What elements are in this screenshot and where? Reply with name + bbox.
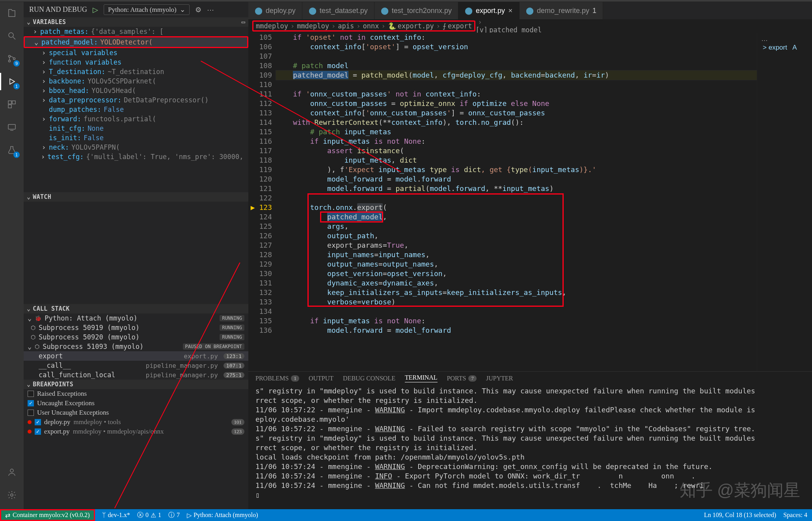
variable-row[interactable]: ›backbone: YOLOv5CSPDarknet(: [24, 76, 248, 86]
code-line[interactable]: if 'onnx_custom_passes' not in context_i…: [276, 89, 757, 99]
terminal-output[interactable]: s" registry in "mmdeploy" is used to bui…: [248, 385, 812, 509]
code-line[interactable]: [276, 80, 757, 89]
code-line[interactable]: assert isinstance(: [276, 146, 757, 156]
remote-icon[interactable]: [5, 120, 19, 134]
editor-tab[interactable]: ⬤demo_rewrite.py1: [520, 2, 603, 19]
gear-icon[interactable]: [5, 488, 19, 502]
code-line[interactable]: args,: [276, 222, 757, 231]
stack-thread[interactable]: ⬡Subprocess 50920 (mmyolo)RUNNING: [24, 332, 248, 342]
code-line[interactable]: # patch model: [276, 61, 757, 70]
breadcrumb-segment[interactable]: ⨍ export: [443, 22, 472, 30]
checkbox[interactable]: [28, 391, 34, 397]
breakpoint-row[interactable]: ✓deploy.py mmdeploy • tools101: [24, 417, 248, 427]
checkbox[interactable]: [28, 410, 34, 416]
breadcrumb-segment[interactable]: onnx: [363, 22, 379, 30]
code-line[interactable]: patched_model,: [276, 212, 757, 222]
launch-config[interactable]: Python: Attach (mmyolo) ⌄: [104, 4, 190, 15]
editor-tab[interactable]: ⬤test_torch2onnx.py: [374, 2, 458, 19]
panel-tab[interactable]: PROBLEMS1: [255, 375, 299, 382]
branch-indicator[interactable]: ᛘ dev-1.x*: [102, 512, 130, 519]
checkbox[interactable]: ✓: [35, 419, 41, 425]
code-line[interactable]: output_path,: [276, 231, 757, 241]
editor-tabs[interactable]: ⬤deploy.py⬤test_dataset.py⬤test_torch2on…: [248, 2, 812, 19]
outline-pane[interactable]: … > export A: [757, 33, 812, 371]
close-icon[interactable]: ✕: [508, 7, 513, 14]
problems-indicator[interactable]: ⓧ 0 ⚠ 1: [137, 511, 161, 519]
indent-indicator[interactable]: Spaces: 4: [783, 512, 807, 519]
watch-body[interactable]: [24, 202, 248, 304]
breakpoints-body[interactable]: Raised Exceptions✓Uncaught ExceptionsUse…: [24, 389, 248, 436]
breakpoint-row[interactable]: User Uncaught Exceptions: [24, 408, 248, 417]
code-line[interactable]: if input_metas is not None:: [276, 137, 757, 146]
code-line[interactable]: if 'opset' not in context_info:: [276, 33, 757, 42]
collapse-icon[interactable]: ▭: [242, 19, 245, 26]
stack-frame[interactable]: __call__pipeline_manager.py107:1: [24, 361, 248, 370]
stack-frame[interactable]: call_function_localpipeline_manager.py27…: [24, 370, 248, 380]
variable-row[interactable]: ›function variables: [24, 57, 248, 67]
code[interactable]: if 'opset' not in context_info: context_…: [276, 33, 757, 371]
breadcrumb-segment[interactable]: mmdeploy: [297, 22, 329, 30]
variable-row[interactable]: ›data_preprocessor: DetDataPreprocessor(…: [24, 95, 248, 105]
variable-row[interactable]: ›special variables: [24, 48, 248, 57]
code-line[interactable]: [276, 193, 757, 203]
breakpoint-row[interactable]: ✓export.py mmdeploy • mmdeploy/apis/onnx…: [24, 427, 248, 436]
code-line[interactable]: verbose=verbose): [276, 297, 757, 307]
callstack-body[interactable]: ⌄🐞Python: Attach (mmyolo)RUNNING⬡Subproc…: [24, 313, 248, 380]
breadcrumb-segment[interactable]: 🐍 export.py: [388, 22, 434, 30]
stack-thread[interactable]: ⬡Subprocess 50919 (mmyolo)RUNNING: [24, 323, 248, 332]
breadcrumb[interactable]: mmdeploy›mmdeploy›apis›onnx›🐍 export.py›…: [248, 19, 812, 33]
variable-row[interactable]: ›test_cfg: {'multi_label': True, 'nms_pr…: [24, 152, 248, 161]
code-line[interactable]: with RewriterContext(**context_info), to…: [276, 118, 757, 127]
panel-tab[interactable]: DEBUG CONSOLE: [343, 375, 395, 382]
variable-row[interactable]: ›T_destination: ~T_destination: [24, 67, 248, 76]
editor[interactable]: 1051061071081091101111121131141151161171…: [248, 33, 757, 371]
scm-icon[interactable]: 9: [5, 52, 19, 66]
stack-thread[interactable]: ⌄⬡Subprocess 51093 (mmyolo)PAUSED ON BRE…: [24, 342, 248, 351]
checkbox[interactable]: ✓: [28, 400, 34, 406]
breakpoint-row[interactable]: ✓Uncaught Exceptions: [24, 399, 248, 408]
variables-header[interactable]: ⌄VARIABLES▭: [24, 17, 248, 27]
editor-tab[interactable]: ⬤deploy.py: [248, 2, 302, 19]
editor-tab[interactable]: ⬤export.py✕: [458, 2, 520, 19]
checkbox[interactable]: ✓: [35, 428, 41, 435]
code-line[interactable]: # patch input_metas: [276, 127, 757, 137]
code-line[interactable]: context_info['onnx_custom_passes'] = onn…: [276, 108, 757, 118]
code-line[interactable]: onnx_custom_passes = optimize_onnx if op…: [276, 99, 757, 108]
code-line[interactable]: context_info['opset'] = opset_version: [276, 42, 757, 52]
editor-tab[interactable]: ⬤test_dataset.py: [302, 2, 374, 19]
start-icon[interactable]: ▷: [93, 6, 98, 14]
variable-row[interactable]: ›bbox_head: YOLOv5Head(: [24, 86, 248, 95]
panel-tab[interactable]: PORTS7: [447, 375, 477, 382]
stack-frame[interactable]: exportexport.py123:1: [24, 351, 248, 361]
code-line[interactable]: model.forward = model_forward: [276, 326, 757, 335]
code-line[interactable]: export_params=True,: [276, 241, 757, 250]
code-line[interactable]: model_forward = model.forward: [276, 174, 757, 184]
variable-row[interactable]: ›patch_metas: {'data_samples': [: [24, 27, 248, 36]
code-line[interactable]: ), f'Expect input_metas type is dict, ge…: [276, 165, 757, 174]
code-line[interactable]: dynamic_axes=dynamic_axes,: [276, 278, 757, 288]
code-line[interactable]: keep_initializers_as_inputs=keep_initial…: [276, 288, 757, 297]
variable-row[interactable]: init_cfg: None: [24, 124, 248, 133]
code-line[interactable]: [276, 52, 757, 61]
remote-indicator[interactable]: ⇄Container mmyolo:v2 (v0.0.2): [0, 509, 95, 521]
code-line[interactable]: torch.onnx.export(: [276, 203, 757, 212]
code-line[interactable]: [276, 307, 757, 316]
extensions-icon[interactable]: [5, 97, 19, 111]
account-icon[interactable]: [5, 465, 19, 479]
callstack-header[interactable]: ⌄CALL STACK: [24, 304, 248, 313]
code-line[interactable]: opset_version=opset_version,: [276, 269, 757, 278]
more-icon[interactable]: ⋯: [207, 6, 214, 14]
variables-tree[interactable]: ›patch_metas: {'data_samples': [⌄patched…: [24, 27, 248, 192]
search-icon[interactable]: [5, 29, 19, 43]
panel-tab[interactable]: JUPYTER: [486, 375, 513, 382]
outline-item[interactable]: export: [769, 44, 787, 51]
debug-icon[interactable]: 1: [5, 74, 19, 89]
breakpoints-header[interactable]: ⌄BREAKPOINTS: [24, 380, 248, 389]
variable-row[interactable]: is_init: False: [24, 133, 248, 143]
variable-row[interactable]: ›neck: YOLOv5PAFPN(: [24, 143, 248, 152]
panel-tab[interactable]: OUTPUT: [309, 375, 333, 382]
variable-row[interactable]: ⌄patched_model: YOLODetector(: [24, 36, 248, 48]
code-line[interactable]: patched_model = patch_model(model, cfg=d…: [276, 70, 757, 80]
explorer-icon[interactable]: [5, 6, 19, 20]
cursor-position[interactable]: Ln 109, Col 18 (13 selected): [704, 512, 776, 519]
